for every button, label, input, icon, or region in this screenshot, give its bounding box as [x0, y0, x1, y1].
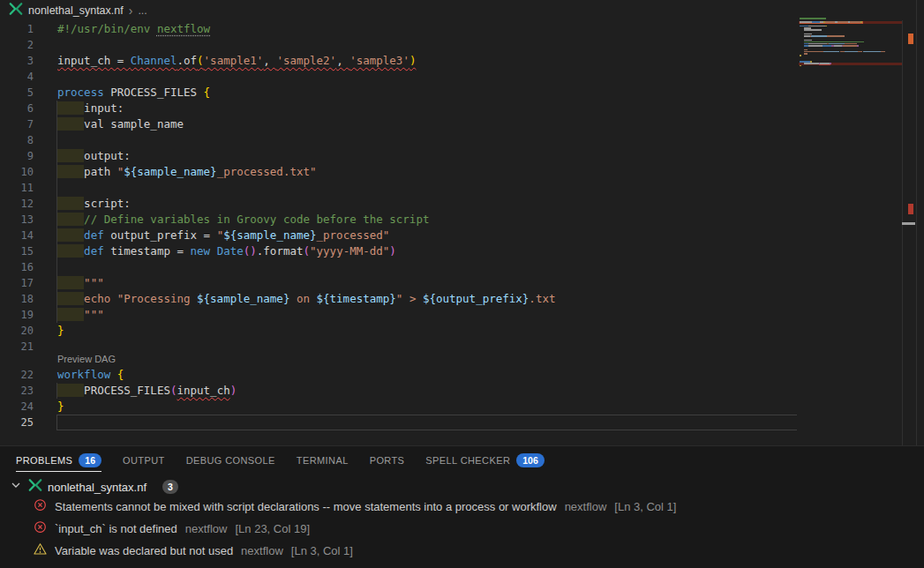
error-squiggle: input_ch — [177, 384, 229, 397]
line-number[interactable]: 12 — [0, 196, 34, 212]
problem-source: nextflow — [565, 500, 607, 513]
panel-tab-debug-console[interactable]: DEBUG CONSOLE — [186, 447, 275, 475]
code-line-1[interactable]: #!/usr/bin/env nextflow — [57, 21, 210, 37]
problem-row[interactable]: `input_ch` is not definednextflow[Ln 23,… — [34, 519, 310, 537]
spellcheck-underline: nextflow — [157, 22, 210, 35]
line-number[interactable]: 24 — [0, 399, 34, 415]
minimap-line — [800, 55, 801, 56]
line-number[interactable]: 10 — [0, 164, 34, 180]
line-number[interactable]: 19 — [0, 307, 34, 323]
line-number[interactable]: 25 — [0, 415, 34, 430]
line-number[interactable]: 17 — [0, 275, 34, 291]
minimap-line — [812, 21, 820, 23]
error-squiggle: input_ch = Channel.of('sample1', 'sample… — [57, 54, 416, 67]
code-line-3[interactable]: input_ch = Channel.of('sample1', 'sample… — [57, 53, 416, 69]
panel-tabs: PROBLEMS16OUTPUTDEBUG CONSOLETERMINALPOR… — [0, 446, 924, 475]
current-line-highlight — [56, 415, 797, 430]
code-line-18[interactable]: echo "Processing ${sample_name} on ${tim… — [57, 291, 555, 307]
problems-file-group[interactable]: nonlethal_syntax.nf 3 — [9, 478, 178, 496]
panel-tab-label: OUTPUT — [123, 455, 165, 466]
panel-tab-badge: 106 — [516, 453, 545, 467]
code-line-22[interactable]: workflow { — [57, 367, 124, 383]
code-line-23[interactable]: PROCESS_FILES(input_ch) — [57, 383, 237, 399]
line-number[interactable]: 21 — [0, 339, 34, 355]
breadcrumb-file[interactable]: nonlethal_syntax.nf — [28, 4, 124, 17]
minimap[interactable] — [799, 16, 902, 122]
problems-file-name[interactable]: nonlethal_syntax.nf — [48, 481, 146, 494]
panel-tab-badge: 16 — [79, 453, 101, 467]
chevron-down-icon[interactable] — [9, 478, 23, 492]
line-number[interactable]: 5 — [0, 85, 34, 101]
problem-row[interactable]: Variable was declared but not usednextfl… — [34, 542, 353, 559]
minimap-line — [850, 21, 860, 23]
line-number[interactable]: 6 — [0, 101, 34, 116]
minimap-line — [838, 21, 848, 23]
line-number[interactable]: 15 — [0, 243, 34, 259]
minimap-line — [820, 63, 829, 64]
minimap-line — [825, 21, 836, 23]
minimap-line — [857, 45, 859, 47]
line-number[interactable]: 18 — [0, 291, 34, 307]
panel-tab-label: TERMINAL — [297, 455, 349, 466]
breadcrumb-more[interactable]: ... — [138, 4, 146, 17]
line-number[interactable]: 22 — [0, 367, 34, 383]
panel-tab-output[interactable]: OUTPUT — [123, 447, 165, 475]
minimap-line — [863, 51, 882, 53]
nextflow-file-icon — [9, 2, 23, 19]
minimap-line — [834, 45, 842, 47]
line-number[interactable]: 3 — [0, 53, 34, 69]
panel-tab-terminal[interactable]: TERMINAL — [297, 447, 349, 475]
nextflow-file-icon — [28, 478, 42, 496]
problem-row[interactable]: Statements cannot be mixed with script d… — [34, 497, 676, 515]
line-number[interactable]: 8 — [0, 132, 34, 148]
code-line-12[interactable]: script: — [57, 196, 131, 212]
line-number[interactable]: 4 — [0, 69, 34, 85]
minimap-line — [804, 63, 819, 64]
code-line-10[interactable]: path "${sample_name}_processed.txt" — [57, 164, 317, 180]
preview-dag-codelens[interactable]: Preview DAG — [57, 353, 116, 365]
line-number[interactable]: 11 — [0, 180, 34, 196]
warning-icon — [34, 542, 47, 556]
line-number[interactable]: 1 — [0, 21, 34, 37]
line-number[interactable]: 20 — [0, 323, 34, 339]
bottom-panel: PROBLEMS16OUTPUTDEBUG CONSOLETERMINALPOR… — [0, 445, 924, 568]
code-line-24[interactable]: } — [57, 399, 64, 415]
minimap-line — [808, 45, 823, 47]
problem-location: [Ln 23, Col 19] — [235, 522, 310, 535]
line-number[interactable]: 2 — [0, 37, 34, 53]
line-number[interactable]: 9 — [0, 148, 34, 164]
problems-file-count-badge: 3 — [162, 480, 178, 494]
panel-tab-ports[interactable]: PORTS — [370, 447, 405, 475]
panel-tab-spell-checker[interactable]: SPELL CHECKER106 — [425, 447, 544, 475]
minimap-line — [800, 65, 801, 67]
line-number[interactable]: 23 — [0, 383, 34, 399]
code-line-17[interactable]: """ — [57, 275, 104, 291]
code-line-13[interactable]: // Define variables in Groovy code befor… — [57, 212, 429, 228]
code-line-19[interactable]: """ — [57, 307, 104, 323]
chevron-down-icon[interactable] — [9, 478, 23, 496]
minimap-line — [830, 63, 831, 64]
code-line-9[interactable]: output: — [57, 148, 131, 164]
code-line-6[interactable]: input: — [57, 101, 124, 116]
code-line-20[interactable]: } — [57, 323, 64, 339]
code-line-5[interactable]: process PROCESS_FILES { — [57, 85, 210, 101]
line-number[interactable]: 16 — [0, 259, 34, 275]
minimap-line — [804, 53, 808, 55]
line-number[interactable]: 14 — [0, 228, 34, 243]
code-line-7[interactable]: val sample_name — [57, 116, 184, 132]
code-line-14[interactable]: def output_prefix = "${sample_name}_proc… — [57, 228, 389, 243]
nextflow-icon — [9, 2, 23, 16]
minimap-line — [825, 26, 827, 27]
panel-tab-problems[interactable]: PROBLEMS16 — [16, 447, 101, 475]
minimap-line — [843, 45, 857, 47]
problem-message: Statements cannot be mixed with script d… — [55, 500, 557, 513]
minimap-line — [800, 18, 817, 19]
line-number[interactable]: 7 — [0, 116, 34, 132]
error-icon — [34, 520, 47, 534]
code-editor[interactable]: nonlethal_syntax.nf › ... 1#!/usr/bin/en… — [0, 0, 924, 445]
breadcrumb[interactable]: nonlethal_syntax.nf › ... — [0, 0, 147, 20]
code-line-15[interactable]: def timestamp = new Date().format("yyyy-… — [57, 243, 396, 259]
problem-message: Variable was declared but not used — [55, 544, 233, 557]
line-number[interactable]: 13 — [0, 212, 34, 228]
problem-location: [Ln 3, Col 1] — [291, 544, 353, 557]
